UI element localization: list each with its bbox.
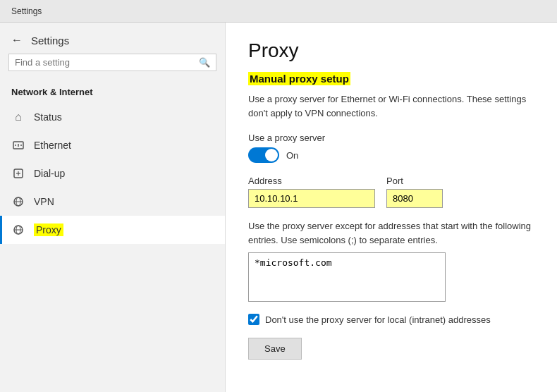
exceptions-description: Use the proxy server except for addresse… <box>248 219 534 247</box>
address-port-row: Address Port <box>248 176 534 208</box>
search-box[interactable]: 🔍 <box>8 54 216 71</box>
checkbox-label: Don't use the proxy server for local (in… <box>265 314 491 325</box>
port-label: Port <box>386 176 443 186</box>
sidebar-item-dialup[interactable]: Dial-up <box>0 159 225 188</box>
section-heading: Manual proxy setup <box>248 72 350 85</box>
sidebar-item-vpn[interactable]: VPN <box>0 188 225 216</box>
proxy-description: Use a proxy server for Ethernet or Wi-Fi… <box>248 92 534 120</box>
sidebar-item-label: Proxy <box>34 223 63 236</box>
port-input[interactable] <box>386 189 443 208</box>
vpn-icon <box>11 195 25 209</box>
sidebar-item-label: VPN <box>34 196 54 207</box>
sidebar-title: Settings <box>31 35 69 47</box>
sidebar-item-proxy[interactable]: Proxy <box>0 216 225 244</box>
sidebar-item-label: Dial-up <box>34 168 65 179</box>
local-intranet-checkbox[interactable] <box>248 314 259 325</box>
sidebar-header: ← Settings <box>0 23 225 54</box>
content-area: Proxy Manual proxy setup Use a proxy ser… <box>226 23 557 392</box>
dialup-icon <box>11 166 25 180</box>
sidebar-item-label: Status <box>34 111 62 123</box>
port-field-group: Port <box>386 176 443 208</box>
address-label: Address <box>248 176 375 186</box>
main-container: ← Settings 🔍 Network & Internet ⌂ Status… <box>0 23 557 392</box>
toggle-on-label: On <box>286 150 298 161</box>
title-bar-text: Settings <box>11 6 42 16</box>
network-section-label: Network & Internet <box>0 82 225 103</box>
toggle-row: On <box>248 147 534 163</box>
proxy-toggle[interactable] <box>248 147 279 163</box>
toggle-knob <box>265 149 278 161</box>
use-proxy-label: Use a proxy server <box>248 133 534 143</box>
page-title: Proxy <box>248 39 534 62</box>
checkbox-row: Don't use the proxy server for local (in… <box>248 314 534 325</box>
ethernet-icon <box>11 138 25 152</box>
title-bar: Settings <box>0 0 557 23</box>
sidebar: ← Settings 🔍 Network & Internet ⌂ Status… <box>0 23 226 392</box>
search-input[interactable] <box>15 57 199 68</box>
proxy-icon <box>11 223 25 237</box>
sidebar-item-ethernet[interactable]: Ethernet <box>0 131 225 159</box>
search-icon: 🔍 <box>199 57 210 68</box>
address-field-group: Address <box>248 176 375 208</box>
sidebar-item-label: Ethernet <box>34 140 71 151</box>
home-icon: ⌂ <box>11 110 25 124</box>
address-input[interactable] <box>248 189 375 208</box>
exceptions-textarea[interactable]: *microsoft.com <box>248 252 446 302</box>
sidebar-item-status[interactable]: ⌂ Status <box>0 103 225 131</box>
back-button[interactable]: ← <box>11 34 23 47</box>
save-button[interactable]: Save <box>248 338 302 360</box>
